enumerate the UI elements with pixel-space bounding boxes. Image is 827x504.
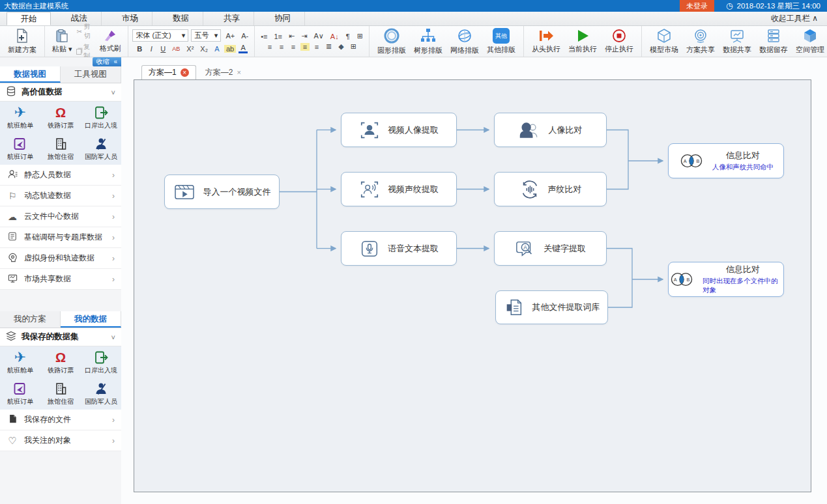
tab-data-view[interactable]: 数据视图 [0, 66, 61, 83]
tree-item-static-personnel[interactable]: 静态人员数据 › [0, 165, 121, 186]
underline-button[interactable]: U [158, 45, 167, 53]
dataset-military-personnel[interactable]: 国防军人员 [81, 133, 121, 165]
tree-layout-button[interactable]: 树形排版 [410, 27, 446, 56]
dataset-flight-manifest[interactable]: ✈ 航班舱单 [0, 102, 40, 133]
highlight-button[interactable]: ab [224, 45, 236, 53]
network-layout-button[interactable]: 网络排版 [446, 27, 483, 56]
node-info-compare-2[interactable]: AB 信息比对 同时出现在多个文件中的对象 [668, 262, 784, 297]
dataset-rail-ticket[interactable]: Ω 铁路订票 [40, 102, 81, 133]
data-retention-button[interactable]: 数据留存 [755, 27, 792, 56]
collapse-sidebar-button[interactable]: 收缩 « [93, 57, 121, 66]
dataset-border-entry[interactable]: 口岸出入境 [81, 346, 121, 378]
menu-tab-start[interactable]: 开始 [7, 12, 51, 25]
section-saved-datasets[interactable]: 我保存的数据集 ˅ [0, 328, 121, 346]
align-justify-button[interactable]: ≡ [300, 43, 310, 51]
high-value-dataset-grid: ✈ 航班舱单 Ω 铁路订票 口岸出入境 航班订单 旅馆住宿 国防军人员 [0, 102, 121, 165]
dataset-flight-order[interactable]: 航班订单 [0, 378, 40, 410]
airplane-icon: ✈ [14, 350, 26, 365]
menu-tab-share[interactable]: 共享 [210, 12, 254, 25]
borders-button[interactable]: ⊞ [349, 42, 358, 51]
tree-layout-label: 树形排版 [414, 46, 443, 55]
space-manage-button[interactable]: 空间管理 [792, 27, 827, 56]
font-family-select[interactable]: 宋体 (正文)▾ [132, 29, 188, 42]
collapse-toolbar-button[interactable]: 收起工具栏 ∧ [771, 13, 818, 24]
item-my-followed-objects[interactable]: ♡ 我关注的对象 › [0, 430, 121, 451]
dataset-flight-manifest[interactable]: ✈ 航班舱单 [0, 346, 40, 378]
cut-button[interactable]: ✂剪切 [76, 22, 95, 40]
tree-item-survey-library[interactable]: 基础调研与专题库数据 › [0, 227, 121, 248]
flow-canvas[interactable]: 导入一个视频文件 视频人像提取 视频声纹提取 语音文本提取 人像比对 声纹比对 … [134, 79, 811, 492]
run-from-start-button[interactable]: 从头执行 [528, 27, 564, 56]
strike-button[interactable]: AB [170, 46, 182, 52]
superscript-button[interactable]: X² [184, 45, 196, 53]
dataset-rail-ticket[interactable]: Ω 铁路订票 [40, 346, 81, 378]
tree-item-market-shared[interactable]: 市场共享数据 › [0, 269, 121, 290]
italic-button[interactable]: I [147, 45, 156, 53]
node-portrait-compare[interactable]: 人像比对 [494, 113, 607, 147]
item-my-saved-files[interactable]: 我保存的文件 › [0, 410, 121, 430]
align-right-button[interactable]: ≡ [289, 43, 298, 51]
plan-tab-2[interactable]: 方案—2 × [199, 65, 248, 79]
close-tab-icon[interactable]: × [237, 68, 240, 76]
pilcrow-button[interactable]: ¶ [343, 33, 353, 40]
dataset-hotel-stay[interactable]: 旅馆住宿 [40, 133, 81, 165]
login-status-badge[interactable]: 未登录 [680, 0, 714, 12]
sort-button[interactable]: A↓ [328, 33, 341, 40]
align-center-button[interactable]: ≡ [277, 43, 286, 51]
font-size-select[interactable]: 五号▾ [191, 29, 221, 42]
menu-tab-data[interactable]: 数据 [159, 12, 203, 25]
other-layout-button[interactable]: 其他 其他排版 [483, 27, 519, 56]
align-distribute-button[interactable]: ≡ [312, 43, 321, 51]
menu-tab-market[interactable]: 市场 [108, 12, 152, 25]
indent-button[interactable]: ⇥ [299, 32, 309, 40]
tab-my-plans[interactable]: 我的方案 [0, 311, 61, 328]
node-video-portrait-extract[interactable]: 视频人像提取 [341, 113, 457, 147]
stop-run-button[interactable]: 停止执行 [601, 27, 637, 56]
node-info-compare-1[interactable]: AB 信息比对 人像和声纹共同命中 [668, 143, 784, 178]
circle-layout-button[interactable]: 圆形排版 [373, 27, 410, 56]
tab-my-data[interactable]: 我的数据 [61, 311, 121, 328]
head-gear-icon [7, 253, 18, 264]
dataset-flight-order[interactable]: 航班订单 [0, 133, 40, 165]
data-share-button[interactable]: 数据共享 [719, 27, 755, 56]
node-keyword-extract[interactable]: A 关键字提取 [494, 231, 607, 266]
dataset-military-personnel[interactable]: 国防军人员 [81, 378, 121, 410]
tree-item-dynamic-track[interactable]: ⚐ 动态轨迹数据 › [0, 186, 121, 206]
node-speech-text-extract[interactable]: 语音文本提取 [341, 231, 457, 266]
char-scale-button[interactable]: A∨ [312, 32, 325, 40]
paste-label: 粘贴 ▾ [52, 44, 72, 54]
tree-item-virtual-identity[interactable]: 虚拟身份和轨迹数据 › [0, 248, 121, 269]
font-color-button[interactable]: A [239, 44, 248, 53]
dataset-border-entry[interactable]: 口岸出入境 [81, 102, 121, 133]
section-high-value-data[interactable]: 高价值数据 ˅ [0, 83, 121, 102]
run-current-button[interactable]: 当前执行 [564, 27, 601, 56]
align-left-button[interactable]: ≡ [265, 43, 274, 51]
bold-button[interactable]: B [135, 45, 144, 53]
node-import-video[interactable]: 导入一个视频文件 [164, 175, 280, 209]
line-spacing-button[interactable]: ≣ [324, 42, 334, 51]
plan-tab-1[interactable]: 方案—1 × [141, 65, 196, 79]
shrink-font-button[interactable]: A- [239, 32, 250, 40]
insert-table-button[interactable]: ⊞ [355, 32, 365, 40]
text-effects-button[interactable]: A [212, 45, 222, 53]
shading-button[interactable]: ◆ [336, 42, 345, 51]
dataset-hotel-stay[interactable]: 旅馆住宿 [40, 378, 81, 410]
item-label: 我关注的对象 [24, 435, 71, 446]
paste-button[interactable]: 粘贴 ▾ [49, 27, 75, 56]
tab-tool-view[interactable]: 工具视图 [61, 66, 121, 83]
menu-tab-collab[interactable]: 协同 [261, 12, 305, 25]
node-video-voiceprint-extract[interactable]: 视频声纹提取 [341, 172, 457, 206]
close-tab-icon[interactable]: × [181, 68, 189, 77]
node-other-files-lexicon[interactable]: 其他文件提取词库 [495, 290, 608, 324]
tree-item-cloud-file[interactable]: ☁ 云文件中心数据 › [0, 206, 121, 227]
node-voiceprint-compare[interactable]: 声纹比对 [494, 172, 607, 206]
subscript-button[interactable]: X₂ [198, 45, 210, 53]
new-plan-button[interactable]: 新建方案 [4, 27, 40, 56]
number-list-button[interactable]: 1≡ [272, 33, 284, 40]
format-painter-button[interactable]: 格式刷 [96, 27, 124, 56]
model-market-button[interactable]: 模型市场 [646, 27, 682, 56]
bullet-list-button[interactable]: •≡ [259, 33, 269, 40]
outdent-button[interactable]: ⇤ [287, 32, 297, 40]
grow-font-button[interactable]: A+ [224, 32, 237, 40]
plan-share-button[interactable]: 方案共享 [682, 27, 719, 56]
